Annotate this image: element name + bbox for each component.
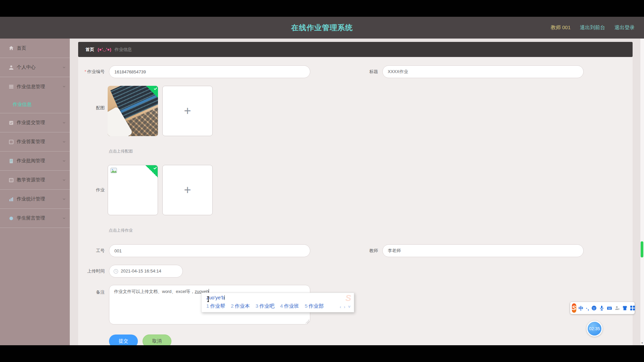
recording-timer-bubble[interactable]: 02:35	[587, 321, 602, 337]
cover-label: 配图	[78, 105, 105, 111]
chevron-down-icon	[63, 160, 65, 162]
sidebar-item-label: 个人中心	[17, 64, 36, 70]
sidebar-item-personal-center[interactable]: 个人中心	[0, 58, 70, 77]
breadcrumb: 首页 (●'◡'●) 作业信息	[78, 42, 633, 57]
sogou-input-toolbar: S 中 ·,	[570, 302, 635, 314]
timer-value: 02:35	[589, 326, 600, 331]
sidebar-item-label: 学生留言管理	[17, 215, 45, 221]
upload-time-input[interactable]: 2021-04-15 16:54:14	[109, 265, 183, 278]
sidebar-group-homework-info: 作业信息管理 作业信息	[0, 77, 70, 113]
ime-candidate-list: 1作业帮 2作业本 3作业吧 4作业班 5作业部	[206, 303, 324, 309]
cover-upload-button[interactable]: +	[162, 86, 213, 136]
ime-candidate-2[interactable]: 2作业本	[231, 303, 250, 309]
ime-candidate-4[interactable]: 4作业班	[280, 303, 299, 309]
sidebar-item-label: 教学资源管理	[17, 177, 45, 183]
resource-icon	[8, 177, 14, 183]
teacher-input[interactable]	[382, 244, 584, 257]
skin-icon[interactable]	[622, 305, 628, 311]
ime-candidate-5[interactable]: 5作业部	[305, 303, 323, 309]
punctuation-icon[interactable]: ·,	[586, 305, 589, 311]
title-input[interactable]	[382, 65, 584, 78]
chevron-down-icon	[63, 217, 65, 220]
breadcrumb-home-link[interactable]: 首页	[86, 47, 94, 53]
chevron-down-icon	[63, 198, 65, 200]
required-asterisk: *	[85, 69, 86, 74]
submit-icon	[8, 120, 14, 126]
ime-candidate-3[interactable]: 3作业吧	[256, 303, 274, 309]
account-icon[interactable]	[614, 305, 620, 311]
chevron-down-icon	[63, 179, 65, 181]
sidebar-item-homework-submit-mgmt[interactable]: 作业提交管理	[0, 113, 70, 132]
review-icon	[8, 158, 14, 164]
check-icon	[154, 87, 157, 90]
sidebar-item-homework-stats-mgmt[interactable]: 作业统计管理	[0, 189, 70, 208]
ime-expand[interactable]: ˅	[348, 304, 351, 309]
broken-image-icon	[110, 168, 117, 174]
plus-icon: +	[184, 184, 191, 196]
sidebar-item-label: 作业统计管理	[17, 196, 45, 202]
sidebar-item-home[interactable]: 首页	[0, 39, 70, 58]
sogou-logo-icon[interactable]: S	[572, 303, 576, 313]
sidebar-item-student-message-mgmt[interactable]: 学生留言管理	[0, 208, 70, 228]
top-letterbox-bar	[0, 0, 644, 17]
ime-candidate-1[interactable]: 1作业帮	[206, 303, 225, 309]
sogou-watermark: S	[345, 293, 351, 303]
homework-label: 作业	[78, 187, 105, 193]
stats-icon	[8, 196, 14, 202]
answer-icon	[8, 139, 14, 145]
chevron-down-icon	[63, 121, 65, 124]
sidebar-item-homework-review-mgmt[interactable]: 作业批阅管理	[0, 151, 70, 170]
sidebar-item-teaching-resource-mgmt[interactable]: 教学资源管理	[0, 170, 70, 189]
app-header: 在线作业管理系统 教师 001 退出到前台 退出登录	[0, 17, 644, 39]
microphone-icon[interactable]	[599, 305, 604, 311]
check-icon	[153, 166, 157, 170]
scrollbar-down-arrow[interactable]: ▼	[640, 342, 644, 345]
submit-button[interactable]: 提交	[109, 335, 138, 345]
page-scrollbar-thumb[interactable]	[641, 241, 643, 257]
clock-icon	[113, 269, 118, 274]
chevron-down-icon	[63, 66, 65, 69]
chinese-mode-icon[interactable]: 中	[579, 305, 584, 311]
homework-upload-hint: 点击上传作业	[109, 228, 133, 233]
sidebar-subitem-label: 作业信息	[13, 102, 32, 108]
worker-id-input[interactable]	[109, 244, 310, 257]
sidebar-item-label: 作业提交管理	[17, 120, 45, 126]
cancel-button[interactable]: 取消	[143, 335, 171, 345]
user-icon	[8, 65, 14, 70]
exit-to-front-link[interactable]: 退出到前台	[580, 24, 605, 31]
sidebar-item-homework-answer-mgmt[interactable]: 作业答案管理	[0, 132, 70, 151]
ime-pagination: ‹ › ˅	[340, 304, 351, 309]
remark-text: 作业文件可以上传文档、word、excel等，	[114, 289, 195, 294]
sidebar-subitem-homework-info-active[interactable]: 作业信息	[0, 96, 70, 113]
chevron-down-icon	[63, 140, 65, 143]
ime-next-page[interactable]: ›	[344, 304, 345, 309]
toolbox-grid-icon[interactable]	[630, 305, 635, 311]
sidebar-item-label: 作业答案管理	[17, 139, 45, 145]
ime-prev-page[interactable]: ‹	[340, 304, 341, 309]
emoji-icon[interactable]	[591, 305, 597, 311]
cover-upload-hint: 点击上传配图	[109, 148, 133, 154]
sidebar-item-homework-info-mgmt[interactable]: 作业信息管理	[0, 77, 70, 96]
home-icon	[8, 45, 14, 51]
keyboard-icon[interactable]	[607, 305, 612, 311]
sidebar: 首页 个人中心 作业信息管理 作业信息 作业提	[0, 39, 70, 345]
ime-candidate-window: zuo'ye'b 1作业帮 2作业本 3作业吧 4作业班 5作业部 ‹ › ˅ …	[201, 293, 354, 312]
message-icon	[8, 216, 14, 221]
upload-time-label: 上传时间	[78, 265, 105, 278]
sidebar-item-label: 作业信息管理	[17, 84, 45, 90]
number-input[interactable]	[109, 65, 310, 78]
main-area: 首页 (●'◡'●) 作业信息 *作业编号 标题 配图	[70, 39, 644, 345]
menu-icon	[8, 84, 14, 89]
cover-image-thumbnail[interactable]	[108, 86, 158, 136]
worker-id-label: 工号	[78, 244, 105, 257]
logout-link[interactable]: 退出登录	[614, 24, 635, 31]
app-title: 在线作业管理系统	[0, 17, 644, 39]
homework-file-thumbnail[interactable]	[108, 165, 158, 215]
remark-label: 备注	[78, 286, 105, 299]
homework-upload-button[interactable]: +	[162, 165, 213, 215]
chevron-down-icon	[63, 85, 65, 88]
upload-success-badge	[146, 86, 158, 98]
sidebar-item-label: 首页	[17, 45, 26, 51]
title-label: 标题	[346, 65, 378, 78]
bottom-letterbox-bar	[0, 345, 644, 362]
